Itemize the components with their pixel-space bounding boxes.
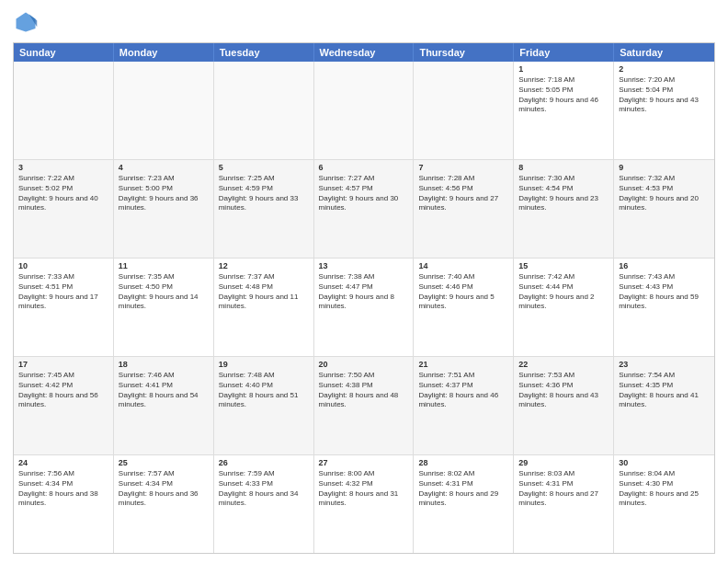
day-number: 25 <box>119 458 209 467</box>
day-number: 9 <box>619 163 710 172</box>
day-info: Sunrise: 7:23 AMSunset: 5:00 PMDaylight:… <box>119 174 209 213</box>
day-cell-10: 10Sunrise: 7:33 AMSunset: 4:51 PMDayligh… <box>14 259 114 356</box>
calendar-body: 1Sunrise: 7:18 AMSunset: 5:05 PMDaylight… <box>14 62 714 553</box>
day-header-thursday: Thursday <box>414 43 514 62</box>
empty-cell <box>314 62 415 159</box>
day-cell-7: 7Sunrise: 7:28 AMSunset: 4:56 PMDaylight… <box>414 160 514 258</box>
header <box>13 9 715 35</box>
day-number: 17 <box>18 360 108 369</box>
day-cell-19: 19Sunrise: 7:48 AMSunset: 4:40 PMDayligh… <box>214 357 314 454</box>
empty-cell <box>414 62 514 159</box>
week-row-1: 1Sunrise: 7:18 AMSunset: 5:05 PMDaylight… <box>14 62 714 160</box>
day-cell-18: 18Sunrise: 7:46 AMSunset: 4:41 PMDayligh… <box>114 357 214 454</box>
day-cell-29: 29Sunrise: 8:03 AMSunset: 4:31 PMDayligh… <box>514 455 614 553</box>
day-info: Sunrise: 7:33 AMSunset: 4:51 PMDaylight:… <box>18 272 108 312</box>
day-number: 22 <box>518 360 609 369</box>
calendar-header: SundayMondayTuesdayWednesdayThursdayFrid… <box>14 43 714 62</box>
day-number: 5 <box>219 163 309 172</box>
day-number: 23 <box>619 360 710 369</box>
day-cell-28: 28Sunrise: 8:02 AMSunset: 4:31 PMDayligh… <box>414 455 514 553</box>
day-number: 10 <box>18 261 108 270</box>
day-cell-30: 30Sunrise: 8:04 AMSunset: 4:30 PMDayligh… <box>614 455 714 553</box>
day-info: Sunrise: 7:25 AMSunset: 4:59 PMDaylight:… <box>219 174 309 213</box>
day-number: 11 <box>119 261 209 270</box>
week-row-5: 24Sunrise: 7:56 AMSunset: 4:34 PMDayligh… <box>14 455 714 553</box>
day-cell-6: 6Sunrise: 7:27 AMSunset: 4:57 PMDaylight… <box>314 160 415 258</box>
calendar: SundayMondayTuesdayWednesdayThursdayFrid… <box>13 42 715 554</box>
day-header-saturday: Saturday <box>614 43 714 62</box>
day-number: 20 <box>319 360 409 369</box>
day-header-monday: Monday <box>114 43 214 62</box>
day-info: Sunrise: 7:46 AMSunset: 4:41 PMDaylight:… <box>119 371 209 410</box>
empty-cell <box>14 62 114 159</box>
day-cell-14: 14Sunrise: 7:40 AMSunset: 4:46 PMDayligh… <box>414 259 514 356</box>
day-cell-8: 8Sunrise: 7:30 AMSunset: 4:54 PMDaylight… <box>514 160 614 258</box>
day-info: Sunrise: 7:27 AMSunset: 4:57 PMDaylight:… <box>319 174 409 213</box>
day-number: 30 <box>619 458 710 467</box>
week-row-3: 10Sunrise: 7:33 AMSunset: 4:51 PMDayligh… <box>14 259 714 357</box>
day-info: Sunrise: 7:51 AMSunset: 4:37 PMDaylight:… <box>418 371 508 410</box>
day-info: Sunrise: 7:59 AMSunset: 4:33 PMDaylight:… <box>219 469 309 509</box>
day-info: Sunrise: 7:28 AMSunset: 4:56 PMDaylight:… <box>418 174 508 213</box>
day-number: 18 <box>119 360 209 369</box>
empty-cell <box>114 62 214 159</box>
day-info: Sunrise: 8:03 AMSunset: 4:31 PMDaylight:… <box>518 469 609 509</box>
svg-marker-0 <box>17 13 36 32</box>
day-info: Sunrise: 7:45 AMSunset: 4:42 PMDaylight:… <box>18 371 108 410</box>
day-number: 8 <box>518 163 609 172</box>
day-cell-24: 24Sunrise: 7:56 AMSunset: 4:34 PMDayligh… <box>14 455 114 553</box>
day-info: Sunrise: 7:30 AMSunset: 4:54 PMDaylight:… <box>518 174 609 213</box>
day-header-sunday: Sunday <box>14 43 114 62</box>
day-cell-9: 9Sunrise: 7:32 AMSunset: 4:53 PMDaylight… <box>614 160 714 258</box>
day-cell-23: 23Sunrise: 7:54 AMSunset: 4:35 PMDayligh… <box>614 357 714 454</box>
day-info: Sunrise: 7:54 AMSunset: 4:35 PMDaylight:… <box>619 371 710 410</box>
day-info: Sunrise: 8:04 AMSunset: 4:30 PMDaylight:… <box>619 469 710 509</box>
day-number: 14 <box>418 261 508 270</box>
logo <box>13 9 42 35</box>
day-header-wednesday: Wednesday <box>314 43 415 62</box>
day-info: Sunrise: 7:22 AMSunset: 5:02 PMDaylight:… <box>18 174 108 213</box>
day-info: Sunrise: 7:48 AMSunset: 4:40 PMDaylight:… <box>219 371 309 410</box>
day-cell-5: 5Sunrise: 7:25 AMSunset: 4:59 PMDaylight… <box>214 160 314 258</box>
day-info: Sunrise: 7:20 AMSunset: 5:04 PMDaylight:… <box>619 75 710 115</box>
week-row-2: 3Sunrise: 7:22 AMSunset: 5:02 PMDaylight… <box>14 160 714 259</box>
day-info: Sunrise: 8:02 AMSunset: 4:31 PMDaylight:… <box>418 469 508 509</box>
page: SundayMondayTuesdayWednesdayThursdayFrid… <box>0 0 728 563</box>
day-info: Sunrise: 7:42 AMSunset: 4:44 PMDaylight:… <box>518 272 609 312</box>
day-info: Sunrise: 7:53 AMSunset: 4:36 PMDaylight:… <box>518 371 609 410</box>
logo-icon <box>13 9 39 35</box>
day-cell-1: 1Sunrise: 7:18 AMSunset: 5:05 PMDaylight… <box>514 62 614 159</box>
day-info: Sunrise: 7:40 AMSunset: 4:46 PMDaylight:… <box>418 272 508 312</box>
day-number: 3 <box>18 163 108 172</box>
day-info: Sunrise: 7:38 AMSunset: 4:47 PMDaylight:… <box>319 272 409 312</box>
day-cell-22: 22Sunrise: 7:53 AMSunset: 4:36 PMDayligh… <box>514 357 614 454</box>
day-info: Sunrise: 7:56 AMSunset: 4:34 PMDaylight:… <box>18 469 108 509</box>
day-number: 27 <box>319 458 409 467</box>
day-cell-11: 11Sunrise: 7:35 AMSunset: 4:50 PMDayligh… <box>114 259 214 356</box>
day-cell-15: 15Sunrise: 7:42 AMSunset: 4:44 PMDayligh… <box>514 259 614 356</box>
day-number: 24 <box>18 458 108 467</box>
day-header-tuesday: Tuesday <box>214 43 314 62</box>
day-info: Sunrise: 7:18 AMSunset: 5:05 PMDaylight:… <box>518 75 609 115</box>
day-cell-25: 25Sunrise: 7:57 AMSunset: 4:34 PMDayligh… <box>114 455 214 553</box>
day-info: Sunrise: 7:57 AMSunset: 4:34 PMDaylight:… <box>119 469 209 509</box>
day-number: 26 <box>219 458 309 467</box>
day-cell-13: 13Sunrise: 7:38 AMSunset: 4:47 PMDayligh… <box>314 259 415 356</box>
day-number: 19 <box>219 360 309 369</box>
day-number: 7 <box>418 163 508 172</box>
empty-cell <box>214 62 314 159</box>
day-cell-4: 4Sunrise: 7:23 AMSunset: 5:00 PMDaylight… <box>114 160 214 258</box>
day-number: 21 <box>418 360 508 369</box>
day-cell-2: 2Sunrise: 7:20 AMSunset: 5:04 PMDaylight… <box>614 62 714 159</box>
day-info: Sunrise: 7:50 AMSunset: 4:38 PMDaylight:… <box>319 371 409 410</box>
week-row-4: 17Sunrise: 7:45 AMSunset: 4:42 PMDayligh… <box>14 357 714 455</box>
day-number: 1 <box>518 64 609 74</box>
day-info: Sunrise: 7:43 AMSunset: 4:43 PMDaylight:… <box>619 272 710 312</box>
day-number: 12 <box>219 261 309 270</box>
day-number: 28 <box>418 458 508 467</box>
day-number: 29 <box>518 458 609 467</box>
day-number: 16 <box>619 261 710 270</box>
day-number: 2 <box>619 64 710 74</box>
day-number: 6 <box>319 163 409 172</box>
day-number: 15 <box>518 261 609 270</box>
